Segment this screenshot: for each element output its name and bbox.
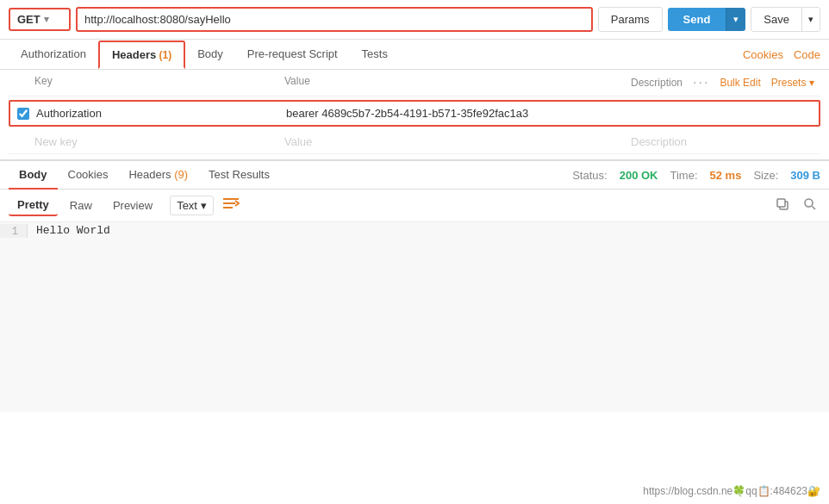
body-actions <box>772 196 820 216</box>
code-line-1: 1 Hello World <box>0 222 829 240</box>
format-chevron-icon: ▾ <box>201 199 207 212</box>
size-label: Size: <box>753 169 778 182</box>
send-button[interactable]: Send <box>668 8 726 31</box>
params-button[interactable]: Params <box>598 7 663 32</box>
col-key-label: Key <box>9 75 284 90</box>
row-checkbox-cell <box>10 108 36 120</box>
code-link[interactable]: Code <box>794 48 820 61</box>
row-value-value: bearer 4689c5b7-2b54-4191-b571-35fe92fac… <box>286 107 528 120</box>
response-tabs: Body Cookies Headers (9) Test Results St… <box>0 161 829 190</box>
method-select[interactable]: GET ▾ <box>9 8 71 31</box>
wrap-icon[interactable] <box>222 196 240 215</box>
time-value: 52 ms <box>710 169 742 182</box>
tab-prerequest[interactable]: Pre-request Script <box>235 40 350 70</box>
line-number-1: 1 <box>0 224 28 238</box>
row-value-cell: bearer 4689c5b7-2b54-4191-b571-35fe92fac… <box>286 107 629 120</box>
copy-button[interactable] <box>772 196 793 216</box>
method-chevron-icon: ▾ <box>44 14 49 25</box>
save-group: Save ▾ <box>751 7 820 32</box>
code-area: 1 Hello World <box>0 222 829 412</box>
format-label: Text <box>177 199 197 212</box>
new-desc-placeholder: Description <box>631 135 687 148</box>
tab-right-actions: Cookies Code <box>743 48 820 61</box>
send-dropdown-button[interactable]: ▾ <box>726 8 745 31</box>
save-button[interactable]: Save <box>751 8 801 31</box>
svg-point-5 <box>805 199 813 207</box>
size-value: 309 B <box>790 169 820 182</box>
svg-rect-4 <box>777 199 785 207</box>
new-key-placeholder: New key <box>34 135 78 148</box>
save-dropdown-button[interactable]: ▾ <box>801 8 820 31</box>
request-tabs: Authorization Headers (1) Body Pre-reque… <box>0 40 829 70</box>
resp-tab-body[interactable]: Body <box>9 161 58 190</box>
time-label: Time: <box>670 169 697 182</box>
row-checkbox[interactable] <box>17 108 29 120</box>
row-key-value: Authorization <box>36 107 102 120</box>
new-value-placeholder: Value <box>284 135 312 148</box>
url-bar: GET ▾ Params Send ▾ Save ▾ <box>0 0 829 40</box>
new-row-key[interactable]: New key <box>34 135 284 148</box>
bulk-edit-button[interactable]: Bulk Edit <box>720 77 760 89</box>
col-desc-label: Description <box>631 77 683 89</box>
col-value-label: Value <box>284 75 631 90</box>
resp-tab-headers[interactable]: Headers (9) <box>118 161 198 190</box>
method-label: GET <box>17 13 41 26</box>
status-label: Status: <box>572 169 607 182</box>
row-key-cell: Authorization <box>36 107 286 120</box>
tab-body[interactable]: Body <box>185 40 235 70</box>
status-code: 200 OK <box>620 169 658 182</box>
tab-authorization[interactable]: Authorization <box>9 40 98 70</box>
headers-section: Key Value Description ··· Bulk Edit Pres… <box>0 70 829 154</box>
response-meta: Status: 200 OK Time: 52 ms Size: 309 B <box>572 169 820 182</box>
preview-button[interactable]: Preview <box>104 196 161 215</box>
new-header-row: New key Value Description <box>9 130 820 154</box>
presets-button[interactable]: Presets ▾ <box>771 77 814 89</box>
watermark: https://blog.csdn.ne🍀qq📋:484623🔐 <box>643 485 820 497</box>
tab-tests[interactable]: Tests <box>350 40 400 70</box>
three-dots-icon[interactable]: ··· <box>693 75 709 90</box>
search-button[interactable] <box>800 196 820 216</box>
header-row: Authorization bearer 4689c5b7-2b54-4191-… <box>9 100 820 127</box>
tab-headers[interactable]: Headers (1) <box>98 40 185 69</box>
format-select[interactable]: Text ▾ <box>170 196 214 215</box>
new-row-value[interactable]: Value <box>284 135 631 148</box>
send-group: Send ▾ <box>668 8 746 31</box>
resp-tab-test-results[interactable]: Test Results <box>198 161 280 190</box>
headers-table-header: Key Value Description ··· Bulk Edit Pres… <box>9 70 820 96</box>
body-tools: Pretty Raw Preview Text ▾ <box>0 190 829 222</box>
raw-button[interactable]: Raw <box>61 196 101 215</box>
svg-line-6 <box>813 206 816 209</box>
col-desc-area: Description ··· Bulk Edit Presets ▾ <box>631 75 820 90</box>
resp-tab-cookies[interactable]: Cookies <box>58 161 119 190</box>
url-input[interactable] <box>76 7 593 32</box>
cookies-link[interactable]: Cookies <box>743 48 783 61</box>
response-section: Body Cookies Headers (9) Test Results St… <box>0 159 829 412</box>
pretty-button[interactable]: Pretty <box>9 195 58 216</box>
line-code-1: Hello World <box>28 224 110 238</box>
new-row-desc[interactable]: Description <box>631 135 820 148</box>
